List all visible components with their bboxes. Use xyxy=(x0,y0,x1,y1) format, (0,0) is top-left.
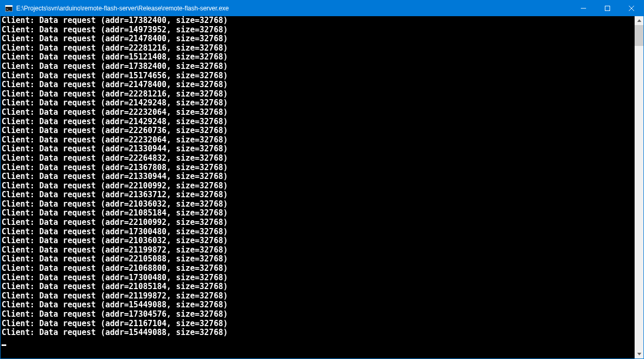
log-line: Client: Data request (addr=21036032, siz… xyxy=(2,200,635,209)
text-cursor xyxy=(2,344,6,346)
log-line: Client: Data request (addr=21330944, siz… xyxy=(2,172,635,182)
log-line: Client: Data request (addr=21167104, siz… xyxy=(2,319,635,329)
client-area: Client: Data request (addr=17382400, siz… xyxy=(1,16,643,358)
log-line: Client: Data request (addr=17382400, siz… xyxy=(2,62,635,71)
svg-rect-4 xyxy=(605,6,610,11)
window-title: E:\Projects\svn\arduino\remote-flash-ser… xyxy=(16,5,571,12)
app-icon: >_ xyxy=(5,4,13,13)
log-line: Client: Data request (addr=21429248, siz… xyxy=(2,117,635,127)
titlebar[interactable]: >_ E:\Projects\svn\arduino\remote-flash-… xyxy=(1,1,643,16)
console-window: >_ E:\Projects\svn\arduino\remote-flash-… xyxy=(1,1,643,358)
log-line: Client: Data request (addr=21363712, siz… xyxy=(2,190,635,200)
log-line: Client: Data request (addr=21036032, siz… xyxy=(2,236,635,246)
log-line: Client: Data request (addr=17300480, siz… xyxy=(2,273,635,283)
scroll-down-button[interactable] xyxy=(635,350,643,358)
log-line: Client: Data request (addr=17300480, siz… xyxy=(2,228,635,237)
log-line: Client: Data request (addr=21478400, siz… xyxy=(2,80,635,90)
log-line: Client: Data request (addr=22232064, siz… xyxy=(2,136,635,145)
log-line: Client: Data request (addr=14973952, siz… xyxy=(2,26,635,35)
scroll-up-button[interactable] xyxy=(635,16,643,25)
scroll-thumb[interactable] xyxy=(635,25,643,46)
log-line: Client: Data request (addr=22281216, siz… xyxy=(2,44,635,53)
log-line: Client: Data request (addr=22100992, siz… xyxy=(2,218,635,228)
log-line: Client: Data request (addr=21199872, siz… xyxy=(2,246,635,255)
log-line: Client: Data request (addr=15174656, siz… xyxy=(2,71,635,81)
log-line: Client: Data request (addr=22100992, siz… xyxy=(2,182,635,191)
log-line: Client: Data request (addr=22260736, siz… xyxy=(2,126,635,136)
scroll-track[interactable] xyxy=(635,25,643,350)
vertical-scrollbar[interactable] xyxy=(635,16,643,358)
log-line: Client: Data request (addr=21367808, siz… xyxy=(2,163,635,173)
svg-marker-8 xyxy=(637,353,641,355)
window-controls xyxy=(571,1,643,16)
log-line: Client: Data request (addr=21478400, siz… xyxy=(2,34,635,44)
svg-rect-1 xyxy=(5,5,13,7)
log-line: Client: Data request (addr=22281216, siz… xyxy=(2,90,635,99)
log-line: Client: Data request (addr=21429248, siz… xyxy=(2,99,635,108)
maximize-button[interactable] xyxy=(595,1,619,16)
log-line: Client: Data request (addr=22232064, siz… xyxy=(2,108,635,117)
log-line: Client: Data request (addr=22105088, siz… xyxy=(2,255,635,264)
log-line: Client: Data request (addr=17304576, siz… xyxy=(2,310,635,319)
log-line: Client: Data request (addr=17382400, siz… xyxy=(2,16,635,26)
minimize-button[interactable] xyxy=(571,1,595,16)
svg-marker-7 xyxy=(637,19,641,22)
svg-text:>_: >_ xyxy=(6,7,10,11)
log-line: Client: Data request (addr=21068800, siz… xyxy=(2,264,635,273)
log-line: Client: Data request (addr=21330944, siz… xyxy=(2,145,635,154)
console-output[interactable]: Client: Data request (addr=17382400, siz… xyxy=(1,16,635,358)
log-line: Client: Data request (addr=21085184, siz… xyxy=(2,209,635,218)
log-line: Client: Data request (addr=15449088, siz… xyxy=(2,328,635,338)
log-line: Client: Data request (addr=21199872, siz… xyxy=(2,292,635,301)
log-line: Client: Data request (addr=15449088, siz… xyxy=(2,301,635,310)
log-line: Client: Data request (addr=15121408, siz… xyxy=(2,53,635,62)
cursor-line xyxy=(2,338,635,347)
log-line: Client: Data request (addr=22264832, siz… xyxy=(2,154,635,163)
log-line: Client: Data request (addr=21085184, siz… xyxy=(2,282,635,292)
close-button[interactable] xyxy=(619,1,643,16)
